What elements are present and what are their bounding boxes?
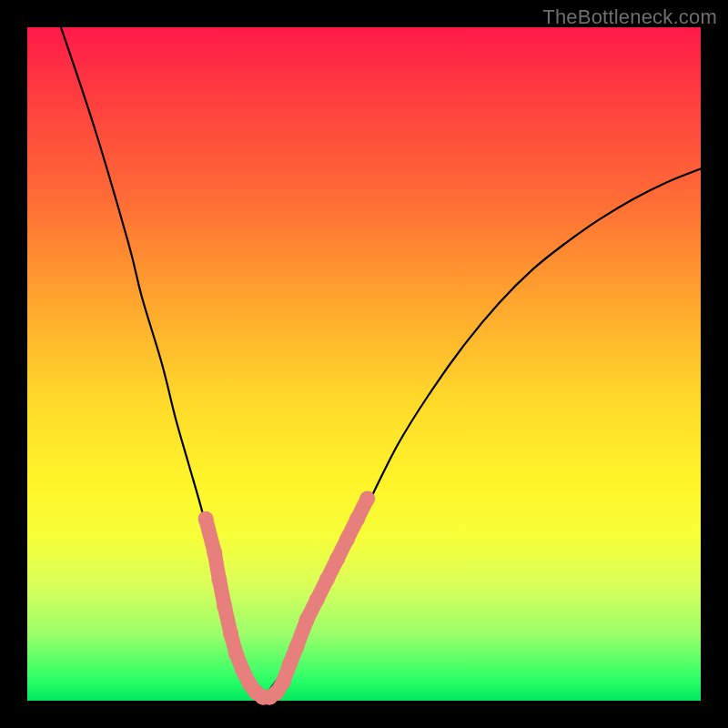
marker-dot	[198, 511, 214, 527]
marker-dot	[349, 511, 365, 527]
marker-layer	[198, 491, 376, 705]
marker-dot	[217, 599, 232, 614]
marker-dot	[235, 662, 250, 678]
chart-svg	[27, 27, 701, 701]
watermark-label: TheBottleneck.com	[542, 5, 717, 29]
marker-dot	[329, 551, 345, 567]
marker-dot	[309, 592, 325, 608]
marker-dot	[339, 531, 355, 547]
curve-layer	[61, 27, 701, 697]
chart-plot-area	[27, 27, 701, 701]
marker-dot	[207, 545, 222, 561]
marker-dot	[276, 674, 291, 690]
curve-right-curve	[263, 168, 701, 697]
marker-dot	[319, 571, 335, 587]
marker-dot	[282, 656, 298, 672]
curve-left-curve	[61, 27, 263, 697]
chart-frame: TheBottleneck.com	[0, 0, 728, 728]
marker-dot	[223, 626, 238, 642]
marker-dot	[299, 612, 315, 628]
marker-dot	[228, 646, 244, 662]
marker-dot	[289, 639, 305, 654]
marker-dot	[359, 491, 375, 507]
marker-dot	[211, 571, 227, 587]
